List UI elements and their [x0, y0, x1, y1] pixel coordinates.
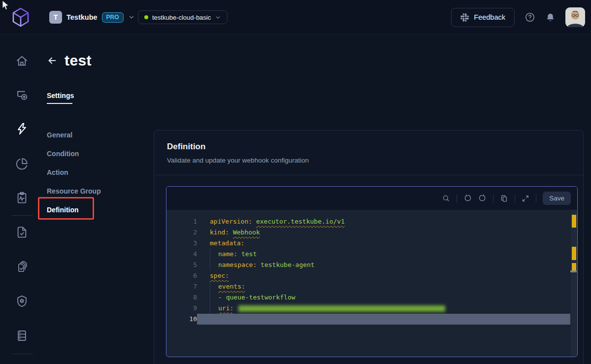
cursor-position-marker — [570, 270, 577, 272]
save-button[interactable]: Save — [543, 192, 571, 205]
card-title: Definition — [167, 142, 570, 152]
help-button[interactable] — [525, 12, 535, 23]
yaml-key: kind: — [210, 229, 229, 236]
line-content: namespace: testkube-agent — [197, 260, 570, 270]
copy-button[interactable] — [500, 194, 508, 202]
line-content: apiVersion: executor.testkube.io/v1 — [197, 216, 570, 227]
line-content: kind: Webhook — [197, 227, 570, 238]
left-sidebar — [0, 34, 44, 364]
yaml-key: uri: — [218, 304, 233, 312]
question-circle-icon — [525, 12, 535, 23]
yaml-value: queue-testworkflow — [226, 294, 296, 301]
code-line-9[interactable]: 9uri: — [166, 303, 577, 314]
redo-button[interactable] — [478, 194, 487, 202]
lightning-icon — [15, 122, 29, 135]
pie-chart-icon — [15, 157, 29, 170]
line-number: 2 — [166, 227, 197, 238]
yaml-editor[interactable]: Save 1apiVersion: executor.testkube.io/v… — [166, 186, 578, 357]
sidebar-item-home[interactable] — [15, 54, 29, 68]
env-name: testkube-cloud-basic — [152, 14, 211, 21]
code-line-1[interactable]: 1apiVersion: executor.testkube.io/v1 — [166, 216, 577, 227]
search-button[interactable] — [442, 194, 450, 202]
toolbar-separator — [536, 194, 536, 203]
arrow-left-icon — [47, 55, 58, 66]
subnav-item-general[interactable]: General — [47, 126, 101, 144]
code-area[interactable]: 1apiVersion: executor.testkube.io/v12kin… — [166, 210, 577, 357]
code-line-6[interactable]: 6spec: — [166, 270, 577, 281]
expand-icon — [522, 195, 529, 202]
sidebar-item-server-rack[interactable] — [15, 329, 29, 343]
subnav-item-action[interactable]: Action — [47, 163, 101, 182]
code-line-5[interactable]: 5namespace: testkube-agent — [166, 260, 577, 270]
yaml-value: testkube-agent — [261, 261, 315, 268]
sidebar-item-clipboard-pulse[interactable] — [15, 191, 29, 205]
card-header: Definition Validate and update your webh… — [154, 131, 583, 175]
sidebar-divider — [11, 215, 33, 216]
sidebar-item-document-check[interactable] — [15, 226, 29, 239]
indent-guide — [210, 281, 218, 292]
org-switcher[interactable]: T Testkube PRO — [49, 0, 135, 34]
back-button[interactable] — [47, 55, 58, 66]
indent-guide — [210, 249, 218, 260]
feedback-label: Feedback — [474, 13, 505, 21]
line-number: 10 — [166, 314, 197, 325]
overview-ruler — [571, 210, 577, 357]
code-line-10[interactable]: 10 — [166, 314, 577, 325]
search-icon — [442, 194, 450, 202]
sidebar-item-lightning[interactable] — [15, 122, 29, 136]
indent-guide — [210, 303, 218, 314]
line-content: - queue-testworkflow — [197, 292, 570, 303]
definition-card: Definition Validate and update your webh… — [154, 130, 584, 364]
chevron-down-icon — [128, 14, 135, 21]
line-content — [197, 314, 570, 325]
tab-active-indicator — [47, 103, 72, 104]
line-content: metadata: — [197, 238, 570, 249]
redacted-url-value — [238, 305, 445, 312]
notifications-button[interactable] — [545, 12, 556, 23]
warning-marker — [572, 215, 576, 228]
card-description: Validate and update your webhook configu… — [167, 157, 570, 164]
testkube-logo-icon[interactable] — [10, 6, 32, 28]
subnav-item-condition[interactable]: Condition — [47, 144, 101, 163]
yaml-key: spec: — [210, 272, 229, 279]
copy-icon — [500, 194, 508, 202]
home-icon — [15, 54, 29, 67]
clipboard-pulse-icon — [15, 191, 29, 204]
line-content: uri: — [197, 303, 570, 314]
environment-select[interactable]: testkube-cloud-basic — [138, 10, 228, 24]
code-line-4[interactable]: 4name: test — [166, 249, 577, 260]
sidebar-item-shield-gear[interactable] — [15, 295, 29, 308]
code-line-7[interactable]: 7events: — [166, 281, 577, 292]
line-content: name: test — [197, 249, 570, 260]
chevron-down-icon — [215, 14, 221, 21]
line-number: 9 — [166, 303, 197, 314]
documents-stack-icon — [15, 260, 29, 273]
undo-icon — [463, 194, 472, 202]
line-content: events: — [197, 281, 570, 292]
document-check-icon — [15, 226, 29, 239]
yaml-key: metadata: — [210, 239, 244, 247]
slack-icon — [460, 13, 469, 22]
trigger-add-icon — [15, 88, 29, 101]
tab-settings[interactable]: Settings — [47, 92, 74, 99]
code-line-3[interactable]: 3metadata: — [166, 238, 577, 249]
sidebar-item-trigger-add[interactable] — [15, 88, 29, 102]
fullscreen-button[interactable] — [522, 195, 529, 202]
sidebar-item-documents-stack[interactable] — [15, 260, 29, 274]
sidebar-item-pie-chart[interactable] — [15, 157, 29, 171]
line-number: 8 — [166, 292, 197, 303]
code-line-8[interactable]: 8- queue-testworkflow — [166, 292, 577, 303]
toolbar-separator — [515, 194, 515, 203]
user-avatar[interactable] — [565, 7, 585, 27]
feedback-button[interactable]: Feedback — [451, 8, 515, 27]
yaml-dash: - — [218, 294, 226, 301]
yaml-value: executor.testkube.io/v1 — [256, 218, 345, 225]
line-number: 3 — [166, 238, 197, 249]
undo-button[interactable] — [463, 194, 472, 202]
code-line-2[interactable]: 2kind: Webhook — [166, 227, 577, 238]
indent-guide — [210, 292, 218, 303]
subnav-item-resource-group[interactable]: Resource Group — [47, 182, 101, 200]
yaml-key: apiVersion: — [210, 218, 252, 225]
yaml-key: name: — [218, 250, 237, 258]
subnav-item-definition[interactable]: Definition — [47, 200, 101, 219]
